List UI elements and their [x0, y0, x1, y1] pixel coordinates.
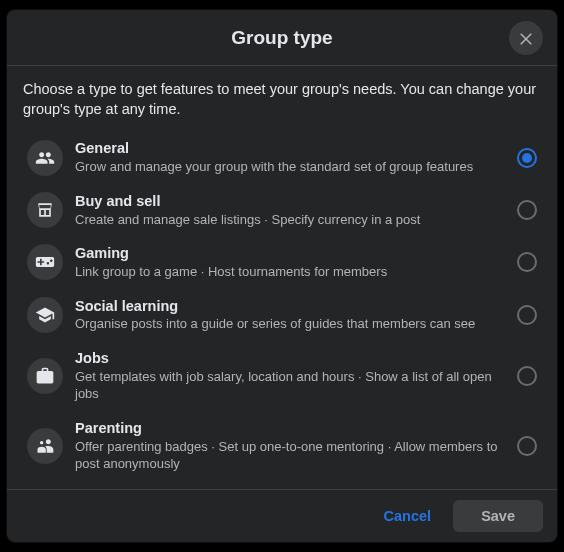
people-icon: [27, 140, 63, 176]
graduation-cap-icon: [27, 297, 63, 333]
radio-general[interactable]: [517, 148, 537, 168]
option-gaming[interactable]: Gaming Link group to a game · Host tourn…: [23, 236, 541, 288]
option-desc: Organise posts into a guide or series of…: [75, 315, 505, 333]
radio-jobs[interactable]: [517, 366, 537, 386]
option-desc: Create and manage sale listings · Specif…: [75, 211, 505, 229]
option-text: Social learning Organise posts into a gu…: [75, 297, 505, 333]
option-desc: Offer parenting badges · Set up one-to-o…: [75, 438, 505, 473]
radio-gaming[interactable]: [517, 252, 537, 272]
family-icon: [27, 428, 63, 464]
save-button[interactable]: Save: [453, 500, 543, 532]
radio-parenting[interactable]: [517, 436, 537, 456]
store-icon: [27, 192, 63, 228]
gamepad-icon: [27, 244, 63, 280]
option-text: Gaming Link group to a game · Host tourn…: [75, 244, 505, 280]
option-text: General Grow and manage your group with …: [75, 139, 505, 175]
intro-text: Choose a type to get features to meet yo…: [23, 80, 541, 119]
option-title: Social learning: [75, 297, 505, 316]
option-desc: Link group to a game · Host tournaments …: [75, 263, 505, 281]
radio-buy-and-sell[interactable]: [517, 200, 537, 220]
option-social-learning[interactable]: Social learning Organise posts into a gu…: [23, 289, 541, 341]
close-button[interactable]: [509, 21, 543, 55]
option-general[interactable]: General Grow and manage your group with …: [23, 131, 541, 183]
modal-body: Choose a type to get features to meet yo…: [7, 66, 557, 489]
modal-title: Group type: [231, 27, 332, 49]
option-title: General: [75, 139, 505, 158]
option-title: Gaming: [75, 244, 505, 263]
group-type-modal: Group type Choose a type to get features…: [7, 10, 557, 542]
option-desc: Grow and manage your group with the stan…: [75, 158, 505, 176]
option-title: Parenting: [75, 419, 505, 438]
cancel-button[interactable]: Cancel: [370, 500, 446, 532]
modal-header: Group type: [7, 10, 557, 66]
modal-footer: Cancel Save: [7, 489, 557, 542]
option-desc: Get templates with job salary, location …: [75, 368, 505, 403]
option-text: Parenting Offer parenting badges · Set u…: [75, 419, 505, 473]
option-text: Jobs Get templates with job salary, loca…: [75, 349, 505, 403]
option-parenting[interactable]: Parenting Offer parenting badges · Set u…: [23, 411, 541, 481]
option-jobs[interactable]: Jobs Get templates with job salary, loca…: [23, 341, 541, 411]
option-buy-and-sell[interactable]: Buy and sell Create and manage sale list…: [23, 184, 541, 236]
option-title: Buy and sell: [75, 192, 505, 211]
option-title: Jobs: [75, 349, 505, 368]
briefcase-icon: [27, 358, 63, 394]
radio-social-learning[interactable]: [517, 305, 537, 325]
option-list: General Grow and manage your group with …: [23, 131, 541, 480]
close-icon: [517, 29, 535, 47]
option-text: Buy and sell Create and manage sale list…: [75, 192, 505, 228]
